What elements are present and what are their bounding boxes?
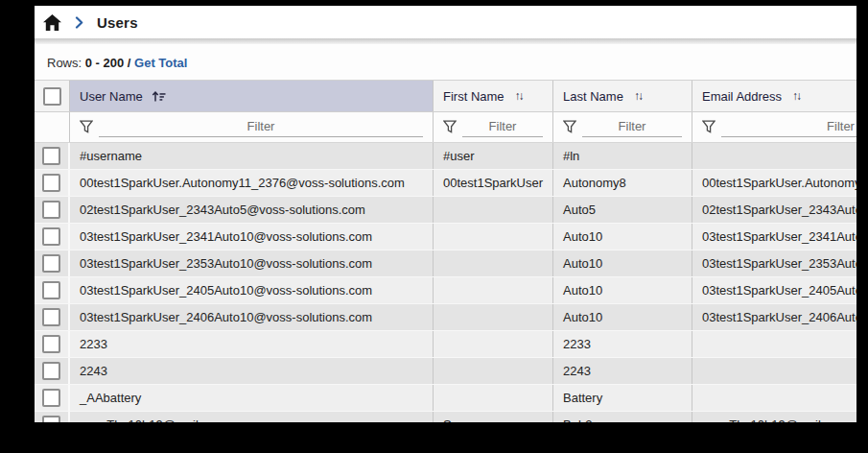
cell-firstname[interactable] [434,331,553,357]
cell-username[interactable]: 03test1SparkUser_2406Auto10@voss-solutio… [70,304,434,330]
row-checkbox-cell [35,197,70,223]
table-row[interactable]: 2243 2243 [35,358,856,385]
table-row[interactable]: _AAbattery Battery [35,385,856,412]
rows-info: Rows: 0 - 200 / Get Total [35,44,856,80]
table-row[interactable]: 03test1SparkUser_2405Auto10@voss-solutio… [35,277,856,304]
filter-funnel-icon[interactable] [443,120,457,133]
cell-lastname[interactable]: Auto10 [553,304,692,330]
cell-lastname[interactable]: #ln [553,143,692,169]
sort-updown-icon[interactable]: ↑↓ [515,89,523,103]
cell-username[interactable]: _gasThu10h19@mail.com [70,412,434,422]
row-checkbox[interactable] [42,335,60,353]
cell-username[interactable]: 03test1SparkUser_2405Auto10@voss-solutio… [70,277,434,303]
column-header-label: Last Name [563,89,623,104]
filter-input-email[interactable] [721,115,856,137]
column-header-lastname[interactable]: Last Name ↑↓ [553,81,692,111]
table-row[interactable]: _gasThu10h19@mail.com Sponge Bob2 _gasTh… [35,412,856,422]
row-checkbox-cell [35,277,70,303]
table-header-row: User Name First Name ↑↓ Last Name ↑↓ [35,81,856,112]
select-all-checkbox[interactable] [43,87,61,106]
table-row[interactable]: #username #user #ln [35,143,856,170]
table-row[interactable]: 00test1SparkUser.Autonomy11_2376@voss-so… [35,170,856,197]
cell-firstname[interactable] [434,304,553,330]
cell-username[interactable]: #username [70,143,434,169]
cell-firstname[interactable] [434,250,553,276]
cell-username[interactable]: 2233 [70,331,434,357]
cell-firstname[interactable] [434,224,553,250]
row-checkbox[interactable] [42,174,60,192]
filter-cell-lastname [553,112,692,142]
cell-lastname[interactable]: 2233 [553,331,692,357]
cell-lastname[interactable]: Bob2 [553,412,692,422]
filter-input-username[interactable] [99,115,423,137]
cell-lastname[interactable]: Autonomy8 [553,170,692,196]
sort-ascending-icon[interactable] [152,90,166,103]
cell-firstname[interactable] [434,358,553,384]
cell-email[interactable]: 03test1SparkUser_2353Auto10@voss-solutio… [692,250,856,276]
cell-lastname[interactable]: Auto10 [553,277,692,303]
cell-firstname[interactable] [434,277,553,303]
cell-email[interactable]: 03test1SparkUser_2341Auto10@voss-solutio… [692,224,856,250]
cell-email[interactable]: 03test1SparkUser_2405Auto10@voss-solutio… [692,277,856,303]
home-icon[interactable] [43,14,61,31]
cell-email[interactable]: 02test1SparkUser_2343Auto5@voss-solution… [692,197,856,223]
row-checkbox[interactable] [42,308,60,326]
cell-firstname[interactable] [434,385,553,411]
table-row[interactable]: 03test1SparkUser_2406Auto10@voss-solutio… [35,304,856,331]
row-checkbox-cell [35,385,70,411]
cell-email[interactable] [692,385,856,411]
table-row[interactable]: 03test1SparkUser_2353Auto10@voss-solutio… [35,250,856,277]
column-header-username[interactable]: User Name [70,81,434,111]
cell-username[interactable]: 2243 [70,358,434,384]
cell-lastname[interactable]: 2243 [553,358,692,384]
cell-email[interactable]: _gasThu10h19@mail.com [692,412,856,422]
cell-email[interactable] [692,358,856,384]
cell-email[interactable]: 03test1SparkUser_2406Auto10@voss-solutio… [692,304,856,330]
filter-input-lastname[interactable] [582,115,682,137]
cell-email[interactable] [692,143,856,169]
cell-username[interactable]: 00test1SparkUser.Autonomy11_2376@voss-so… [70,170,434,196]
column-header-email[interactable]: Email Address ↑↓ [692,81,856,111]
sort-updown-icon[interactable]: ↑↓ [792,89,800,103]
cell-lastname[interactable]: Auto10 [553,250,692,276]
row-checkbox[interactable] [42,281,60,299]
sort-updown-icon[interactable]: ↑↓ [634,89,642,103]
cell-lastname[interactable]: Auto5 [553,197,692,223]
cell-username[interactable]: 03test1SparkUser_2353Auto10@voss-solutio… [70,250,434,276]
cell-email[interactable] [692,331,856,357]
row-checkbox[interactable] [42,201,60,219]
row-checkbox[interactable] [42,416,60,422]
app-window: Users Rows: 0 - 200 / Get Total User Nam… [35,6,856,422]
row-checkbox[interactable] [42,254,60,273]
filter-funnel-icon[interactable] [563,120,576,133]
cell-lastname[interactable]: Auto10 [553,224,692,250]
table-row[interactable]: 03test1SparkUser_2341Auto10@voss-solutio… [35,224,856,250]
rows-range: 0 - 200 / [85,56,131,70]
row-checkbox-cell [35,224,70,250]
cell-username[interactable]: _AAbattery [70,385,434,411]
filter-input-firstname[interactable] [462,115,543,137]
row-checkbox[interactable] [42,227,60,246]
table-row[interactable]: 02test1SparkUser_2343Auto5@voss-solution… [35,197,856,224]
cell-firstname[interactable] [434,197,553,223]
row-checkbox[interactable] [42,389,60,407]
row-checkbox-cell [35,250,70,276]
filter-spacer-cell [35,112,70,142]
filter-funnel-icon[interactable] [80,120,93,133]
column-header-firstname[interactable]: First Name ↑↓ [434,81,553,111]
filter-funnel-icon[interactable] [702,120,716,133]
filter-cell-firstname [434,112,553,142]
row-checkbox[interactable] [42,147,60,165]
get-total-link[interactable]: Get Total [134,56,187,70]
table-row[interactable]: 2233 2233 [35,331,856,358]
cell-firstname[interactable]: #user [434,143,553,169]
row-checkbox-cell [35,170,70,196]
cell-email[interactable]: 00test1SparkUser.Autonomy11_2376@voss-so… [692,170,856,196]
cell-firstname[interactable]: 00test1SparkUser [434,170,553,196]
cell-lastname[interactable]: Battery [553,385,692,411]
column-header-label: Email Address [702,89,782,104]
cell-firstname[interactable]: Sponge [434,412,553,422]
cell-username[interactable]: 02test1SparkUser_2343Auto5@voss-solution… [70,197,434,223]
cell-username[interactable]: 03test1SparkUser_2341Auto10@voss-solutio… [70,224,434,250]
row-checkbox[interactable] [42,362,60,380]
